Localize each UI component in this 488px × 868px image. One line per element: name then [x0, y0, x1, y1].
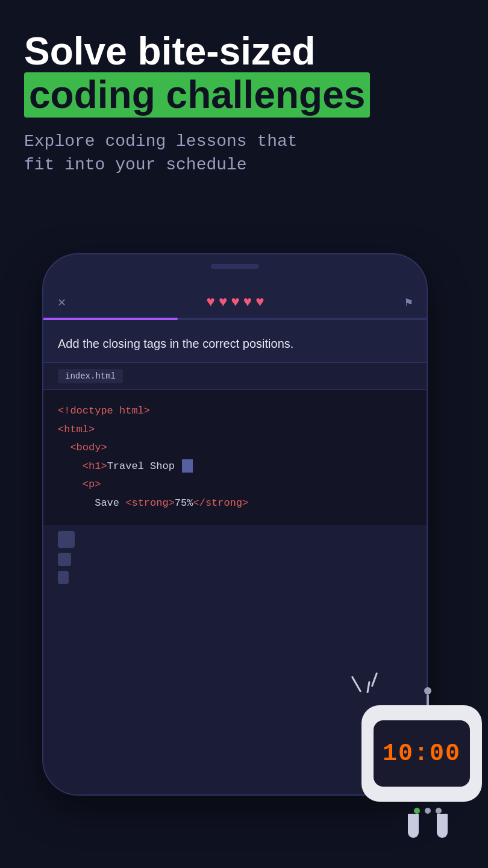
hero-title-highlight: coding challenges: [24, 72, 370, 117]
file-tab-label: index.html: [58, 369, 123, 383]
hero-title-line1: Solve bite-sized: [24, 30, 316, 73]
close-button[interactable]: ✕: [58, 294, 66, 310]
code-line-1: <!doctype html>: [58, 402, 412, 421]
hero-section: Solve bite-sized coding challenges Explo…: [0, 0, 488, 189]
sparkle-line-1: [351, 676, 362, 692]
code-area: <!doctype html> <html> <body> <h1>Travel…: [43, 390, 427, 525]
heart-3: ♥: [231, 294, 239, 310]
timer-robot: 10:00: [349, 669, 488, 838]
robot-dots: [414, 808, 442, 814]
code-line-3: <body>: [58, 439, 412, 458]
answer-blocks: [43, 525, 427, 595]
robot-dot-green: [414, 808, 420, 814]
answer-block-1[interactable]: [58, 531, 75, 548]
robot-dot-gray-1: [425, 808, 431, 814]
flag-button[interactable]: ⚑: [405, 295, 412, 310]
top-bar: ✕ ♥ ♥ ♥ ♥ ♥ ⚑: [43, 285, 427, 318]
hearts-container: ♥ ♥ ♥ ♥ ♥: [207, 294, 264, 310]
robot-leg-left: [408, 814, 419, 838]
file-tab: index.html: [43, 363, 427, 390]
question-text: Add the closing tags in the correct posi…: [58, 335, 412, 353]
robot-dot-gray-2: [436, 808, 442, 814]
robot-leg-right: [437, 814, 448, 838]
code-line-5: <p>: [58, 476, 412, 494]
heart-4: ♥: [243, 294, 252, 310]
phone-notch: [211, 264, 259, 269]
sparkle-line-3: [371, 672, 378, 687]
heart-5: ♥: [255, 294, 264, 310]
hero-subtitle: Explore coding lessons thatfit into your…: [24, 130, 464, 177]
robot-legs: [408, 814, 448, 838]
answer-block-2[interactable]: [58, 553, 71, 566]
question-section: Add the closing tags in the correct posi…: [43, 320, 427, 363]
code-line-2: <html>: [58, 421, 412, 439]
heart-2: ♥: [219, 294, 227, 310]
timer-display: 10:00: [383, 740, 461, 767]
cursor: [182, 459, 193, 473]
answer-block-3[interactable]: [58, 571, 69, 584]
robot-body: 10:00: [361, 705, 482, 802]
sparkle-line-2: [366, 681, 370, 693]
code-line-4: <h1>Travel Shop: [58, 458, 412, 476]
code-line-6: Save <strong>75%</strong>: [58, 494, 412, 513]
hero-title: Solve bite-sized coding challenges: [24, 30, 464, 118]
antenna-ball: [424, 687, 431, 694]
robot-screen: 10:00: [374, 720, 470, 787]
heart-1: ♥: [207, 294, 215, 310]
